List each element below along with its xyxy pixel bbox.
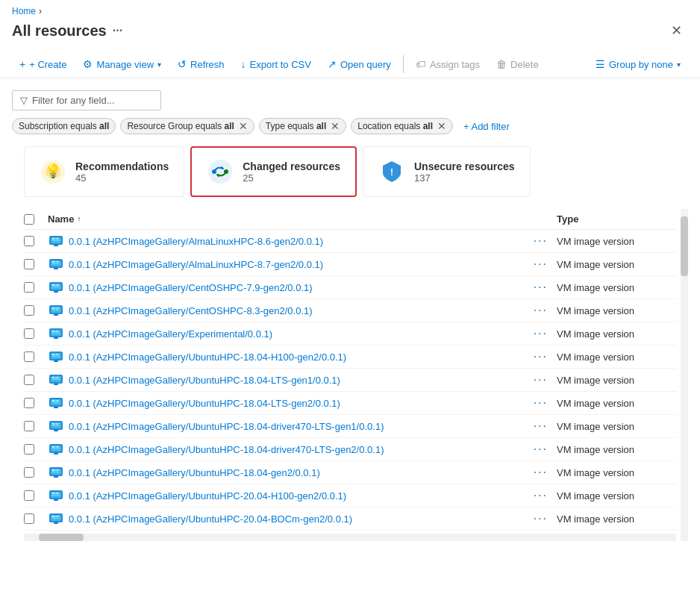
row-checkbox[interactable] bbox=[24, 444, 34, 454]
remove-type-filter[interactable]: ✕ bbox=[331, 121, 340, 131]
remove-location-filter[interactable]: ✕ bbox=[437, 121, 446, 131]
title-options-button[interactable]: ··· bbox=[113, 24, 122, 37]
svg-rect-83 bbox=[55, 516, 59, 517]
resource-link[interactable]: 0.0.1 (AzHPCImageGallery/Experimental/0.… bbox=[69, 328, 525, 340]
recommendations-icon: 💡 bbox=[40, 158, 66, 185]
breadcrumb-separator: › bbox=[39, 6, 42, 16]
resource-type: VM image version bbox=[557, 259, 676, 270]
row-checkbox-col bbox=[24, 398, 48, 408]
resource-link[interactable]: 0.0.1 (AzHPCImageGallery/UbuntuHPC-18.04… bbox=[69, 352, 525, 363]
recommendations-card[interactable]: 💡 Recommendations 45 bbox=[24, 146, 184, 197]
row-checkbox[interactable] bbox=[24, 282, 34, 293]
row-more-options[interactable]: ··· bbox=[534, 419, 548, 433]
row-checkbox[interactable] bbox=[24, 328, 34, 339]
resource-type: VM image version bbox=[557, 467, 676, 478]
resource-link[interactable]: 0.0.1 (AzHPCImageGallery/AlmaLinuxHPC-8.… bbox=[69, 259, 525, 270]
create-button[interactable]: + + Create bbox=[12, 54, 74, 75]
filter-area: ▽ Filter for any field... Subscription e… bbox=[0, 84, 700, 547]
name-column-header[interactable]: Name ↑ bbox=[48, 213, 557, 225]
unsecure-resources-title: Unsecure resources bbox=[414, 160, 515, 172]
row-more-options[interactable]: ··· bbox=[534, 304, 548, 317]
row-more-options[interactable]: ··· bbox=[534, 257, 548, 271]
group-chevron-icon: ▾ bbox=[677, 60, 681, 69]
vm-icon bbox=[48, 256, 64, 272]
row-checkbox[interactable] bbox=[24, 305, 34, 316]
row-checkbox[interactable] bbox=[24, 467, 34, 478]
resource-link[interactable]: 0.0.1 (AzHPCImageGallery/UbuntuHPC-18.04… bbox=[69, 444, 525, 455]
row-checkbox[interactable] bbox=[24, 513, 34, 524]
table-row: 0.0.1 (AzHPCImageGallery/UbuntuHPC-18.04… bbox=[24, 346, 676, 369]
row-checkbox[interactable] bbox=[24, 375, 34, 385]
vertical-scrollbar-thumb[interactable] bbox=[681, 216, 688, 276]
svg-rect-54 bbox=[52, 402, 60, 403]
delete-button[interactable]: 🗑 Delete bbox=[489, 54, 546, 75]
row-checkbox[interactable] bbox=[24, 398, 34, 408]
row-checkbox[interactable] bbox=[24, 421, 34, 431]
svg-rect-22 bbox=[52, 284, 54, 286]
filter-tag-location: Location equals all ✕ bbox=[351, 118, 453, 134]
row-more-options[interactable]: ··· bbox=[534, 512, 548, 525]
svg-rect-17 bbox=[55, 261, 59, 263]
svg-text:💡: 💡 bbox=[45, 163, 62, 179]
row-more-options[interactable]: ··· bbox=[534, 466, 548, 479]
breadcrumb-home[interactable]: Home bbox=[12, 6, 36, 16]
resource-type: VM image version bbox=[557, 375, 676, 386]
svg-rect-76 bbox=[52, 493, 54, 494]
vertical-scrollbar[interactable] bbox=[681, 209, 688, 541]
resource-link[interactable]: 0.0.1 (AzHPCImageGallery/CentOSHPC-7.9-g… bbox=[69, 282, 525, 293]
svg-rect-58 bbox=[52, 423, 54, 425]
svg-rect-67 bbox=[54, 453, 58, 454]
horizontal-scrollbar-thumb[interactable] bbox=[39, 534, 84, 541]
group-by-button[interactable]: ☰ Group by none ▾ bbox=[588, 54, 688, 75]
table-row: 0.0.1 (AzHPCImageGallery/UbuntuHPC-18.04… bbox=[24, 461, 676, 484]
row-more-options[interactable]: ··· bbox=[534, 327, 548, 340]
table-row: 0.0.1 (AzHPCImageGallery/UbuntuHPC-18.04… bbox=[24, 415, 676, 438]
assign-tags-button[interactable]: 🏷 Assign tags bbox=[408, 54, 487, 75]
resource-type: VM image version bbox=[557, 236, 676, 247]
row-more-options[interactable]: ··· bbox=[534, 234, 548, 248]
filter-input[interactable]: ▽ Filter for any field... bbox=[12, 90, 161, 110]
resource-link[interactable]: 0.0.1 (AzHPCImageGallery/UbuntuHPC-20.04… bbox=[69, 513, 525, 525]
resource-link[interactable]: 0.0.1 (AzHPCImageGallery/AlmaLinuxHPC-8.… bbox=[69, 236, 525, 247]
close-button[interactable]: ✕ bbox=[665, 19, 688, 42]
svg-rect-10 bbox=[52, 238, 54, 240]
remove-resource-group-filter[interactable]: ✕ bbox=[239, 121, 248, 131]
add-filter-button[interactable]: + Add filter bbox=[457, 119, 516, 134]
query-icon: ↗ bbox=[328, 58, 337, 70]
resource-type: VM image version bbox=[557, 421, 676, 432]
row-checkbox[interactable] bbox=[24, 236, 34, 246]
changed-resources-card[interactable]: Changed resources 25 bbox=[190, 146, 357, 197]
gear-icon: ⚙ bbox=[83, 58, 93, 70]
resource-link[interactable]: 0.0.1 (AzHPCImageGallery/CentOSHPC-8.3-g… bbox=[69, 305, 525, 316]
manage-view-button[interactable]: ⚙ Manage view ▾ bbox=[75, 54, 169, 75]
select-all-checkbox[interactable] bbox=[24, 214, 34, 225]
vm-icon bbox=[48, 418, 64, 434]
row-more-options[interactable]: ··· bbox=[534, 489, 548, 502]
filter-placeholder: Filter for any field... bbox=[32, 95, 115, 106]
svg-rect-42 bbox=[52, 356, 60, 357]
resource-link[interactable]: 0.0.1 (AzHPCImageGallery/UbuntuHPC-18.04… bbox=[69, 398, 525, 409]
row-more-options[interactable]: ··· bbox=[534, 350, 548, 363]
row-checkbox[interactable] bbox=[24, 490, 34, 501]
refresh-button[interactable]: ↺ Refresh bbox=[170, 54, 232, 75]
row-more-options[interactable]: ··· bbox=[534, 443, 548, 456]
resource-link[interactable]: 0.0.1 (AzHPCImageGallery/UbuntuHPC-20.04… bbox=[69, 490, 525, 502]
resource-type: VM image version bbox=[557, 352, 676, 363]
resource-link[interactable]: 0.0.1 (AzHPCImageGallery/UbuntuHPC-18.04… bbox=[69, 467, 525, 478]
unsecure-resources-card[interactable]: ! Unsecure resources 137 bbox=[363, 146, 531, 197]
row-more-options[interactable]: ··· bbox=[534, 396, 548, 410]
horizontal-scrollbar[interactable] bbox=[24, 534, 676, 541]
svg-rect-85 bbox=[54, 522, 58, 524]
resource-type: VM image version bbox=[557, 305, 676, 316]
filter-tag-subscription: Subscription equals all bbox=[12, 118, 116, 134]
row-more-options[interactable]: ··· bbox=[534, 281, 548, 294]
row-checkbox[interactable] bbox=[24, 259, 34, 269]
table-row: 0.0.1 (AzHPCImageGallery/CentOSHPC-7.9-g… bbox=[24, 276, 676, 299]
export-csv-button[interactable]: ↓ Export to CSV bbox=[234, 54, 319, 75]
resource-link[interactable]: 0.0.1 (AzHPCImageGallery/UbuntuHPC-18.04… bbox=[69, 421, 525, 432]
open-query-button[interactable]: ↗ Open query bbox=[320, 54, 399, 75]
row-more-options[interactable]: ··· bbox=[534, 373, 548, 387]
resource-link[interactable]: 0.0.1 (AzHPCImageGallery/UbuntuHPC-18.04… bbox=[69, 375, 525, 386]
row-checkbox[interactable] bbox=[24, 352, 34, 362]
svg-rect-40 bbox=[52, 354, 54, 355]
